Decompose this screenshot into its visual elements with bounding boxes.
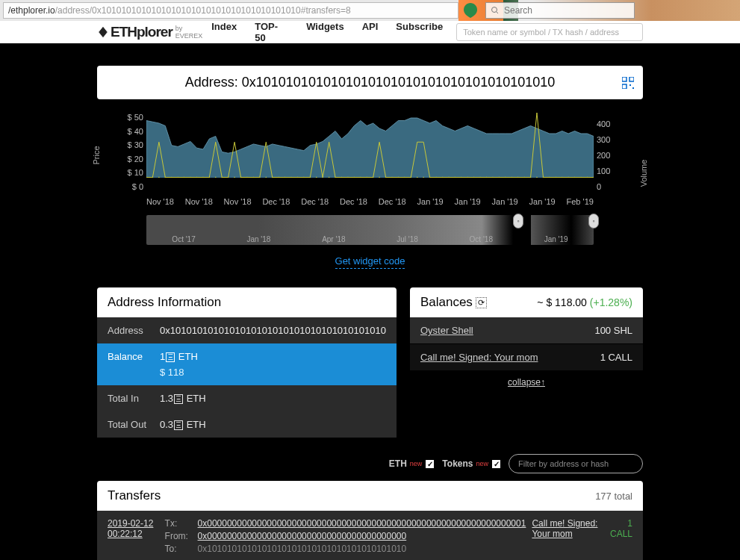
refresh-icon[interactable]: ⟳	[476, 297, 487, 308]
checkbox-eth[interactable]: ✓	[425, 459, 435, 469]
balance-name-1[interactable]: Call me! Signed: Your mom	[420, 352, 538, 363]
svg-rect-4	[622, 84, 626, 89]
svg-point-60	[479, 177, 481, 178]
svg-point-8	[152, 177, 154, 178]
svg-point-52	[429, 177, 431, 178]
balance-amount-0: 100 SHL	[594, 325, 632, 336]
browser-bar: /ethplorer.io/address/0x1010101010101010…	[0, 0, 740, 21]
svg-point-40	[354, 177, 355, 178]
nav-index[interactable]: Index	[211, 21, 237, 43]
svg-point-77	[587, 177, 588, 178]
qr-icon[interactable]	[622, 77, 634, 89]
svg-point-16	[202, 177, 204, 178]
svg-point-57	[461, 177, 462, 178]
tx-prefix: Tx:	[165, 518, 193, 529]
tx-from-0[interactable]: 0x00000000000000000000000000000000000000…	[198, 531, 407, 541]
svg-point-45	[385, 177, 387, 178]
svg-point-62	[492, 177, 494, 178]
transfers-filter: ETH new ✓ Tokens new ✓ Filter by address…	[97, 454, 643, 473]
svg-point-74	[568, 177, 569, 178]
svg-point-64	[505, 177, 506, 178]
transfers-title: Transfers	[108, 488, 161, 503]
svg-point-53	[435, 177, 437, 178]
browser-search[interactable]: Search	[485, 2, 635, 19]
transfers-total: 177 total	[595, 491, 632, 502]
chart-y-right-label: Volume	[640, 159, 649, 187]
svg-point-71	[549, 177, 550, 178]
to-prefix: To:	[165, 544, 193, 554]
svg-point-21	[234, 177, 235, 178]
balances-header: Balances ⟳ ~ $ 118.00 (+1.28%)	[410, 287, 643, 317]
tx-hash-0[interactable]: 0x00000000000000000000000000000000000000…	[198, 518, 526, 529]
svg-point-13	[184, 177, 185, 178]
svg-point-43	[373, 177, 374, 178]
svg-point-59	[473, 177, 475, 178]
svg-point-34	[316, 177, 317, 178]
tx-date-0[interactable]: 2019-02-12 00:22:12	[108, 518, 159, 556]
balances-collapse[interactable]: collapse↑	[410, 371, 643, 393]
nav-widgets[interactable]: Widgets	[306, 21, 343, 43]
brush-handle-left[interactable]: ◦	[513, 214, 523, 228]
chart-y-left-label: Price	[92, 146, 101, 164]
url-bar[interactable]: /ethplorer.io/address/0x1010101010101010…	[3, 2, 458, 19]
token-search-placeholder: Token name or symbol / TX hash / address	[463, 28, 619, 37]
logo-sub: by EVEREX	[175, 25, 211, 40]
brush-handle-right[interactable]: ◦	[588, 214, 599, 228]
svg-point-9	[158, 177, 160, 178]
tx-token-0[interactable]: Call me! Signed: Your mom	[532, 518, 599, 556]
checkbox-tokens[interactable]: ✓	[491, 459, 501, 469]
info-totalout-label: Total Out	[108, 419, 160, 430]
svg-point-61	[486, 177, 488, 178]
svg-point-56	[455, 177, 456, 178]
chart-x-ticks: Nov '18Nov '18Nov '18Dec '18Dec '18Dec '…	[146, 197, 594, 206]
filter-tokens[interactable]: Tokens new ✓	[442, 458, 501, 469]
price-chart[interactable]: Price Volume $ 50$ 40$ 30$ 20$ 10$ 0 400…	[97, 113, 643, 206]
svg-point-25	[259, 177, 261, 178]
balance-row-1[interactable]: Call me! Signed: Your mom 1 CALL	[410, 344, 643, 371]
filter-input[interactable]: Filter by address or hash	[509, 454, 643, 473]
svg-point-47	[398, 177, 399, 178]
info-totalin-label: Total In	[108, 393, 160, 404]
address-label: Address:	[185, 75, 238, 90]
svg-point-50	[417, 177, 418, 178]
nav-links: Index TOP-50 Widgets API Subscribe	[211, 21, 443, 43]
widget-link-wrap: Get widget code	[97, 255, 643, 267]
info-totalout-row: Total Out 0.3Ξ ETH	[97, 411, 397, 438]
svg-point-28	[278, 177, 279, 178]
get-widget-link[interactable]: Get widget code	[335, 255, 405, 269]
address-value: 0x10101010101010101010101010101010101010…	[242, 75, 555, 90]
svg-point-38	[341, 177, 343, 178]
balances-panel: Balances ⟳ ~ $ 118.00 (+1.28%) Oyster Sh…	[410, 287, 643, 393]
chart-brush[interactable]: Oct '17Jan '18Apr '18Jul '18Oct '18Jan '…	[146, 215, 594, 245]
balance-name-0[interactable]: Oyster Shell	[420, 325, 473, 336]
svg-point-37	[335, 177, 336, 178]
leaf-icon	[461, 1, 479, 19]
balances-title: Balances	[420, 295, 473, 310]
nav-api[interactable]: API	[362, 21, 379, 43]
svg-point-51	[423, 177, 424, 178]
svg-rect-5	[629, 84, 631, 86]
svg-point-68	[530, 177, 532, 178]
svg-point-35	[322, 177, 323, 178]
svg-point-58	[467, 177, 468, 178]
token-search[interactable]: Token name or symbol / TX hash / address	[456, 23, 643, 41]
svg-point-76	[580, 177, 582, 178]
svg-point-19	[221, 177, 223, 178]
balance-row-0[interactable]: Oyster Shell 100 SHL	[410, 317, 643, 344]
svg-point-44	[379, 177, 380, 178]
chart-y-right-ticks: 4003002001000	[597, 113, 626, 191]
balances-pct: (+1.28%)	[590, 296, 632, 308]
chart-canvas	[146, 113, 594, 178]
info-totalout-value: 0.3Ξ ETH	[160, 419, 206, 430]
logo-icon	[97, 26, 109, 38]
svg-line-1	[497, 12, 499, 14]
filter-eth[interactable]: ETH new ✓	[389, 458, 435, 469]
svg-rect-6	[632, 87, 634, 89]
nav-top50[interactable]: TOP-50	[255, 21, 288, 43]
address-info-title: Address Information	[108, 295, 221, 310]
svg-point-10	[164, 177, 166, 178]
svg-point-11	[171, 177, 172, 178]
nav-subscribe[interactable]: Subscribe	[396, 21, 443, 43]
svg-point-39	[347, 177, 349, 178]
logo[interactable]: ETHplorer by EVEREX	[97, 24, 211, 40]
